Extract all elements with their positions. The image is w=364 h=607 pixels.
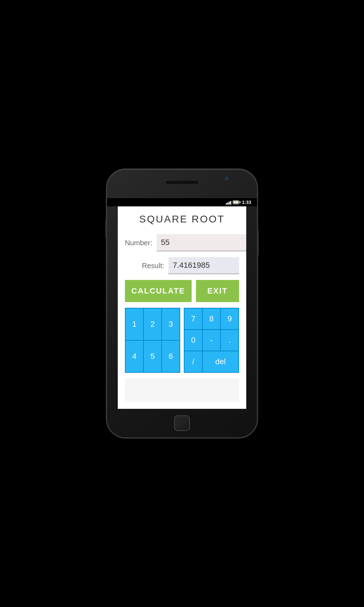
battery-body: ⚡ xyxy=(233,200,239,204)
phone-device: ⚡ 1:33 SQUARE ROOT Number: Result: 7.416… xyxy=(107,170,257,437)
front-camera xyxy=(225,177,228,180)
result-field: 7.4161985 xyxy=(168,257,239,274)
volume-button xyxy=(105,220,107,237)
key-slash[interactable]: / xyxy=(184,351,202,372)
exit-button[interactable]: EXIT xyxy=(196,280,239,302)
phone-screen: SQUARE ROOT Number: Result: 7.4161985 CA… xyxy=(118,206,246,409)
status-time: 1:33 xyxy=(242,200,251,205)
battery-bolt-icon: ⚡ xyxy=(234,201,237,204)
power-button xyxy=(257,230,259,255)
number-row: Number: xyxy=(125,234,239,251)
keypad-left: 1 2 3 4 5 6 xyxy=(125,308,180,373)
app-title: SQUARE ROOT xyxy=(125,214,239,225)
result-row: Result: 7.4161985 xyxy=(125,257,239,274)
phone-top xyxy=(107,170,257,198)
keypad-right: 7 8 9 0 - . / del xyxy=(184,308,239,373)
result-label: Result: xyxy=(125,262,164,270)
status-bar: ⚡ 1:33 xyxy=(107,198,257,206)
key-6[interactable]: 6 xyxy=(162,340,180,372)
key-dot[interactable]: . xyxy=(221,330,239,351)
key-9[interactable]: 9 xyxy=(221,308,239,330)
key-4[interactable]: 4 xyxy=(125,340,143,372)
home-button[interactable] xyxy=(174,415,190,431)
number-label: Number: xyxy=(125,239,152,247)
key-3[interactable]: 3 xyxy=(162,308,180,340)
key-5[interactable]: 5 xyxy=(143,340,162,372)
key-minus[interactable]: - xyxy=(202,330,221,351)
key-del[interactable]: del xyxy=(202,351,239,372)
number-input[interactable] xyxy=(157,234,246,251)
battery-icon: ⚡ xyxy=(233,200,241,204)
signal-icon xyxy=(226,200,231,205)
key-7[interactable]: 7 xyxy=(184,308,202,330)
key-8[interactable]: 8 xyxy=(202,308,221,330)
action-buttons: CALCULATE EXIT xyxy=(125,280,239,302)
app-content: SQUARE ROOT Number: Result: 7.4161985 CA… xyxy=(118,206,246,409)
calculate-button[interactable]: CALCULATE xyxy=(125,280,192,302)
key-0[interactable]: 0 xyxy=(184,330,202,351)
speaker-grille xyxy=(166,181,198,184)
battery-tip xyxy=(239,201,241,203)
status-icons: ⚡ 1:33 xyxy=(226,200,251,205)
key-1[interactable]: 1 xyxy=(125,308,143,340)
keypad-area: 1 2 3 4 5 6 7 8 9 0 - . / del xyxy=(125,308,239,373)
empty-space xyxy=(125,378,239,402)
phone-bottom xyxy=(107,409,257,437)
key-2[interactable]: 2 xyxy=(143,308,162,340)
